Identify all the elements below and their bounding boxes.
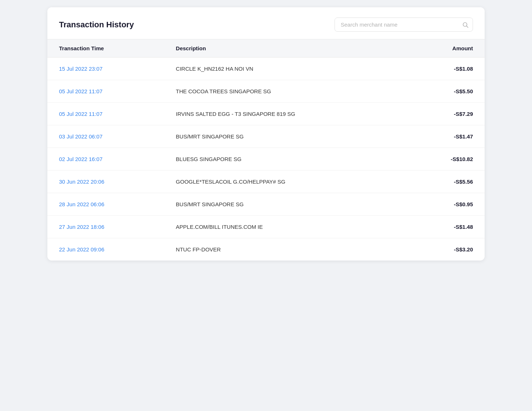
- page-title: Transaction History: [59, 20, 134, 30]
- table-row: 28 Jun 2022 06:06BUS/MRT SINGAPORE SG-S$…: [47, 193, 485, 216]
- col-header-amount: Amount: [407, 39, 485, 58]
- tx-description: THE COCOA TREES SINGAPORE SG: [164, 80, 407, 103]
- card-header: Transaction History: [47, 7, 485, 39]
- tx-time: 27 Jun 2022 18:06: [47, 216, 164, 238]
- tx-time: 03 Jul 2022 06:07: [47, 125, 164, 148]
- tx-amount: -S$1.47: [407, 125, 485, 148]
- tx-time: 28 Jun 2022 06:06: [47, 193, 164, 216]
- tx-amount: -S$5.56: [407, 171, 485, 193]
- col-header-time: Transaction Time: [47, 39, 164, 58]
- table-row: 22 Jun 2022 09:06NTUC FP-DOVER-S$3.20: [47, 238, 485, 261]
- table-row: 02 Jul 2022 16:07BLUESG SINGAPORE SG-S$1…: [47, 148, 485, 171]
- tx-description: BLUESG SINGAPORE SG: [164, 148, 407, 171]
- tx-amount: -S$0.95: [407, 193, 485, 216]
- table-row: 27 Jun 2022 18:06APPLE.COM/BILL ITUNES.C…: [47, 216, 485, 238]
- transaction-history-card: Transaction History Transaction Time Des…: [47, 7, 485, 261]
- col-header-description: Description: [164, 39, 407, 58]
- tx-amount: -S$7.29: [407, 103, 485, 125]
- table-row: 05 Jul 2022 11:07THE COCOA TREES SINGAPO…: [47, 80, 485, 103]
- tx-time: 02 Jul 2022 16:07: [47, 148, 164, 171]
- tx-description: NTUC FP-DOVER: [164, 238, 407, 261]
- tx-description: BUS/MRT SINGAPORE SG: [164, 193, 407, 216]
- svg-line-1: [466, 26, 468, 27]
- search-icon: [462, 21, 469, 28]
- tx-time: 05 Jul 2022 11:07: [47, 80, 164, 103]
- tx-description: IRVINS SALTED EGG - T3 SINGAPORE 819 SG: [164, 103, 407, 125]
- table-row: 05 Jul 2022 11:07IRVINS SALTED EGG - T3 …: [47, 103, 485, 125]
- search-input[interactable]: [335, 17, 473, 32]
- tx-amount: -S$1.08: [407, 58, 485, 80]
- tx-amount: -S$1.48: [407, 216, 485, 238]
- transaction-table: Transaction Time Description Amount 15 J…: [47, 39, 485, 261]
- table-row: 30 Jun 2022 20:06GOOGLE*TESLACOIL G.CO/H…: [47, 171, 485, 193]
- tx-description: BUS/MRT SINGAPORE SG: [164, 125, 407, 148]
- tx-description: APPLE.COM/BILL ITUNES.COM IE: [164, 216, 407, 238]
- tx-amount: -S$5.50: [407, 80, 485, 103]
- tx-amount: -S$3.20: [407, 238, 485, 261]
- tx-time: 15 Jul 2022 23:07: [47, 58, 164, 80]
- tx-time: 05 Jul 2022 11:07: [47, 103, 164, 125]
- tx-amount: -S$10.82: [407, 148, 485, 171]
- transaction-table-wrap: Transaction Time Description Amount 15 J…: [47, 39, 485, 261]
- table-row: 15 Jul 2022 23:07CIRCLE K_HN2162 HA NOI …: [47, 58, 485, 80]
- table-header-row: Transaction Time Description Amount: [47, 39, 485, 58]
- tx-description: CIRCLE K_HN2162 HA NOI VN: [164, 58, 407, 80]
- tx-description: GOOGLE*TESLACOIL G.CO/HELPPAY# SG: [164, 171, 407, 193]
- tx-time: 30 Jun 2022 20:06: [47, 171, 164, 193]
- tx-time: 22 Jun 2022 09:06: [47, 238, 164, 261]
- search-wrapper: [335, 17, 473, 32]
- table-row: 03 Jul 2022 06:07BUS/MRT SINGAPORE SG-S$…: [47, 125, 485, 148]
